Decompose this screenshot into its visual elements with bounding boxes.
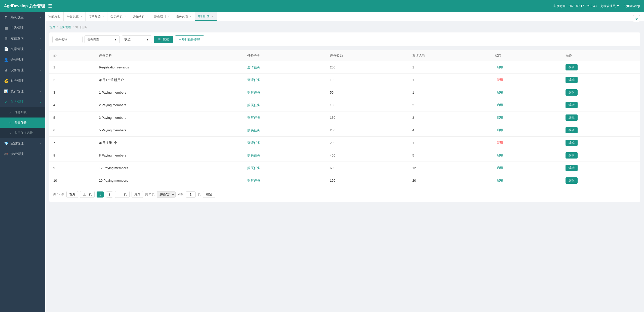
tab-close-icon[interactable]: ✕: [80, 15, 82, 18]
header-user[interactable]: 超级管理员 ▼: [600, 4, 619, 8]
cell-id: 5: [49, 111, 95, 124]
goto-page-input[interactable]: [186, 191, 196, 198]
col-id: ID: [49, 50, 95, 61]
sidebar-item-treasure[interactable]: 💎 宝藏管理 ‹: [0, 138, 45, 149]
breadcrumb-current: 每日任务: [75, 25, 87, 29]
prev-page-btn[interactable]: 上一页: [80, 191, 95, 198]
members-icon: 👤: [4, 58, 8, 62]
sidebar-item-stats[interactable]: 📊 统计管理 ‹: [0, 86, 45, 97]
edit-button[interactable]: 编辑: [566, 89, 578, 96]
sidebar-item-letters[interactable]: ✉ 短信查询 ‹: [0, 33, 45, 44]
edit-button[interactable]: 编辑: [566, 127, 578, 133]
edit-button[interactable]: 编辑: [566, 140, 578, 146]
cell-status: 启用: [491, 149, 561, 162]
add-daily-task-button[interactable]: + 每日任务添加: [175, 35, 204, 43]
sidebar-item-articles[interactable]: 📄 文章管理 ‹: [0, 44, 45, 54]
page-2-btn[interactable]: 2: [106, 191, 113, 198]
tab-label: 设备列表: [132, 14, 144, 19]
sidebar-item-members[interactable]: 👤 会员管理 ‹: [0, 54, 45, 65]
sidebar-item-label: 文章管理: [11, 47, 24, 51]
per-page-select[interactable]: 10条/页 20条/页 50条/页: [157, 191, 176, 198]
tab-stats[interactable]: 数据统计✕: [151, 12, 173, 21]
cell-action: 编辑: [561, 124, 640, 137]
edit-button[interactable]: 编辑: [566, 114, 578, 121]
cell-reward: 10: [326, 74, 408, 86]
tab-close-icon[interactable]: ✕: [168, 15, 170, 18]
sidebar-item-daily-tasks[interactable]: › 每日任务: [0, 118, 45, 128]
sidebar-item-finance[interactable]: 💰 财务管理 ‹: [0, 75, 45, 86]
cell-id: 7: [49, 137, 95, 149]
cell-invites: 1: [408, 86, 491, 99]
cell-name: 每日注册1个: [95, 137, 243, 149]
tab-tasks[interactable]: 任务列表✕: [173, 12, 195, 21]
sidebar-item-ads[interactable]: ▤ 广告管理 ‹: [0, 23, 45, 33]
tab-label: 任务列表: [176, 14, 188, 19]
games-icon: 🎮: [4, 152, 8, 156]
edit-button[interactable]: 编辑: [566, 64, 578, 70]
table-row: 9 12 Paying members 购买任务 600 12 启用 编辑: [49, 162, 640, 174]
table-row: 10 20 Paying members 购买任务 120 20 启用 编辑: [49, 174, 640, 187]
tab-platform[interactable]: 平台设置✕: [64, 12, 86, 21]
cell-id: 6: [49, 124, 95, 137]
search-icon: 🔍: [158, 38, 162, 41]
table-row: 1 Registration rewards 邀请任务 200 1 启用 编辑: [49, 61, 640, 74]
tab-close-icon[interactable]: ✕: [190, 15, 192, 18]
sidebar-item-task-list[interactable]: › 任务列表: [0, 107, 45, 118]
cell-id: 2: [49, 74, 95, 86]
status-badge: 启用: [495, 153, 505, 158]
tab-daily[interactable]: 每日任务✕: [195, 12, 217, 21]
collapse-icon: ‹: [41, 37, 41, 40]
edit-button[interactable]: 编辑: [566, 102, 578, 108]
tab-devices[interactable]: 设备列表✕: [129, 12, 151, 21]
header-time: 印度时间：2022-09-17 06:19:43: [553, 4, 596, 8]
tab-close-icon[interactable]: ✕: [124, 15, 126, 18]
cell-name: 每日1个注册用户: [95, 74, 243, 86]
sidebar-item-system[interactable]: ⚙ 系统设置 ‹: [0, 12, 45, 23]
tab-orders[interactable]: 订单筛选✕: [86, 12, 107, 21]
tab-label: 平台设置: [67, 14, 79, 19]
status-badge: 禁用: [495, 140, 505, 145]
sidebar-item-task-mgmt[interactable]: ✓ 任务管理 ∨: [0, 97, 45, 107]
menu-toggle-icon[interactable]: ☰: [48, 3, 52, 9]
cell-type: 购买任务: [243, 86, 326, 99]
pagination: 共 17 条 首页 上一页 1 2 下一页 尾页 共 2 页 10条/页 20条…: [49, 187, 640, 202]
edit-button[interactable]: 编辑: [566, 165, 578, 171]
sidebar-item-equipment[interactable]: 🖥 设备管理 ‹: [0, 65, 45, 75]
tab-members[interactable]: 会员列表✕: [107, 12, 129, 21]
cell-type: 购买任务: [243, 174, 326, 187]
tab-home[interactable]: 我的桌面: [45, 12, 64, 21]
table-row: 5 3 Paying members 购买任务 150 3 启用 编辑: [49, 111, 640, 124]
next-page-btn[interactable]: 下一页: [115, 191, 130, 198]
first-page-btn[interactable]: 首页: [66, 191, 78, 198]
task-type-select[interactable]: 任务类型 ▼: [85, 35, 120, 43]
status-badge: 启用: [495, 65, 505, 70]
cell-invites: 3: [408, 111, 491, 124]
edit-button[interactable]: 编辑: [566, 77, 578, 83]
last-page-btn[interactable]: 尾页: [132, 191, 143, 198]
edit-button[interactable]: 编辑: [566, 152, 578, 159]
breadcrumb-home[interactable]: 首页: [49, 25, 55, 29]
refresh-button[interactable]: ↻: [633, 15, 640, 22]
tab-close-icon[interactable]: ✕: [146, 15, 148, 18]
sidebar-item-daily-records[interactable]: › 每日任务记录: [0, 128, 45, 138]
tab-label: 会员列表: [110, 14, 123, 19]
breadcrumb-task-mgmt[interactable]: 任务管理: [59, 25, 71, 29]
page-1-btn[interactable]: 1: [97, 191, 104, 198]
sidebar-item-games[interactable]: 🎮 游戏管理 ‹: [0, 149, 45, 159]
data-table: ID 任务名称 任务类型 任务奖励 邀请人数 状态 操作 1 Registrat…: [49, 50, 640, 187]
search-button[interactable]: 🔍 搜索: [154, 36, 173, 43]
edit-button[interactable]: 编辑: [566, 177, 578, 184]
task-name-input[interactable]: [52, 36, 83, 43]
cell-invites: 20: [408, 174, 491, 187]
cell-name: 8 Paying members: [95, 149, 243, 162]
status-select[interactable]: 状态 ▼: [122, 35, 152, 43]
tab-close-icon[interactable]: ✕: [102, 15, 104, 18]
tab-close-icon[interactable]: ✕: [212, 15, 214, 18]
table-row: 6 5 Paying members 购买任务 200 4 启用 编辑: [49, 124, 640, 137]
cell-reward: 120: [326, 174, 408, 187]
goto-confirm-btn[interactable]: 确定: [203, 191, 215, 198]
refresh-icon: ↻: [635, 17, 638, 21]
add-icon: +: [179, 38, 181, 41]
tab-label: 数据统计: [154, 14, 166, 19]
cell-invites: 2: [408, 99, 491, 111]
